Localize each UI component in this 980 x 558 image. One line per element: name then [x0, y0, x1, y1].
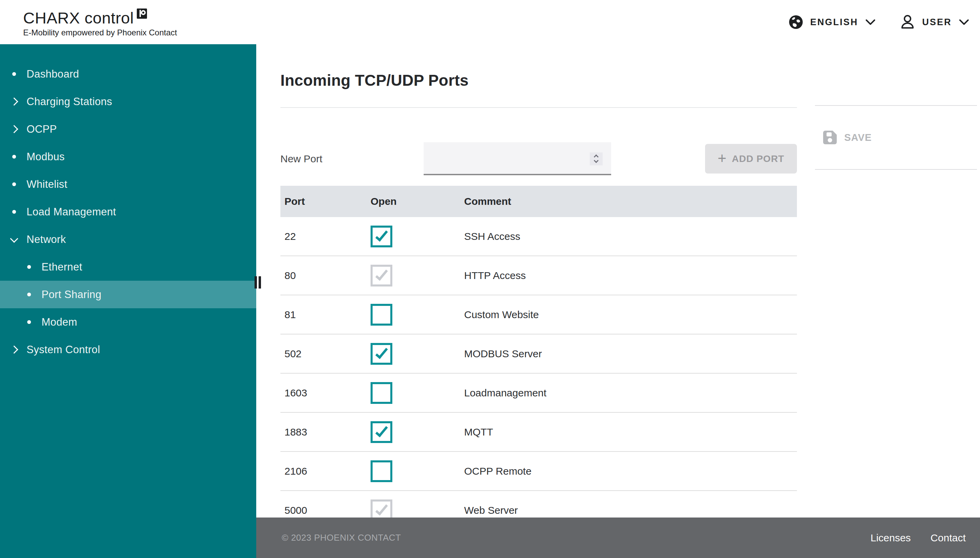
sidebar-item-icon: [10, 72, 18, 76]
table-row: 2106 OCPP Remote: [281, 452, 797, 491]
plus-icon: +: [717, 151, 727, 166]
sidebar-item-label: Ethernet: [41, 261, 82, 273]
footer: © 2023 PHOENIX CONTACT Licenses Contact: [256, 517, 980, 558]
sidebar-item-icon: [10, 238, 18, 241]
sidebar-item-icon: [10, 210, 18, 214]
comment-cell: OCPP Remote: [464, 466, 797, 477]
sidebar-item[interactable]: Modem: [0, 308, 256, 336]
language-label: ENGLISH: [810, 17, 858, 28]
top-bar: CHARX control E-Mobility empowered by Ph…: [0, 0, 980, 44]
new-port-form: New Port + ADD PORT: [281, 142, 797, 175]
title-divider: [281, 107, 797, 108]
user-menu[interactable]: USER: [900, 14, 969, 30]
sidebar-item-label: Charging Stations: [26, 95, 112, 108]
footer-links: Licenses Contact: [870, 532, 966, 544]
number-stepper[interactable]: [590, 153, 602, 165]
checkmark-icon: [375, 423, 388, 437]
sidebar-item-label: Dashboard: [26, 68, 79, 80]
new-port-input-wrap: [424, 142, 611, 175]
port-cell: 1883: [284, 426, 371, 438]
ports-table-header: Port Open Comment: [281, 186, 797, 217]
sidebar-item-label: Network: [26, 233, 66, 246]
open-checkbox[interactable]: [371, 265, 392, 287]
sidebar-item-icon: [10, 182, 18, 186]
sidebar-resize-handle[interactable]: [254, 276, 261, 289]
sidebar-item-label: Modbus: [26, 151, 65, 163]
checkmark-icon: [375, 228, 388, 241]
sidebar-item-icon: [10, 126, 18, 132]
stepper-down-icon[interactable]: [594, 158, 599, 163]
sidebar-item[interactable]: System Control: [0, 336, 256, 363]
ports-table-body: 22 SSH Access 80 HTTP Access: [281, 217, 797, 530]
comment-cell: Loadmanagement: [464, 387, 797, 399]
sidebar-item-label: Modem: [41, 316, 77, 328]
user-label: USER: [922, 17, 952, 28]
sidebar-item-label: OCPP: [26, 123, 57, 135]
sidebar-nav: Dashboard Charging Stations OCPP Modbus: [0, 44, 256, 363]
open-checkbox[interactable]: [371, 382, 392, 404]
chevron-down-icon: [959, 18, 969, 26]
sidebar-item[interactable]: Charging Stations: [0, 88, 256, 115]
language-selector[interactable]: ENGLISH: [788, 15, 876, 30]
footer-link[interactable]: Licenses: [870, 532, 911, 544]
sidebar-item[interactable]: Modbus: [0, 143, 256, 171]
checkmark-icon: [375, 502, 388, 515]
save-button[interactable]: SAVE: [822, 130, 872, 145]
comment-cell: MQTT: [464, 426, 797, 438]
open-checkbox[interactable]: [371, 343, 392, 365]
port-cell: 1603: [284, 387, 371, 399]
sidebar-item[interactable]: OCPP: [0, 115, 256, 143]
comment-cell: Web Server: [464, 505, 797, 516]
sidebar-item-icon: [10, 155, 18, 159]
comment-cell: HTTP Access: [464, 270, 797, 281]
add-port-button[interactable]: + ADD PORT: [705, 144, 797, 174]
table-row: 81 Custom Website: [281, 295, 797, 335]
sidebar: Dashboard Charging Stations OCPP Modbus: [0, 44, 256, 558]
phoenix-contact-logo-icon: [137, 8, 147, 19]
port-cell: 2106: [284, 466, 371, 477]
sidebar-item[interactable]: Network: [0, 226, 256, 253]
sidebar-item[interactable]: Ethernet: [0, 253, 256, 281]
table-row: 1603 Loadmanagement: [281, 374, 797, 413]
sidebar-item-icon: [25, 293, 33, 296]
logo-tagline: E-Mobility empowered by Phoenix Contact: [23, 28, 177, 38]
sidebar-item-icon: [25, 265, 33, 269]
open-checkbox[interactable]: [371, 460, 392, 482]
sidebar-item[interactable]: Port Sharing: [0, 281, 256, 308]
logo-title: CHARX control: [23, 9, 134, 27]
page-title: Incoming TCP/UDP Ports: [281, 70, 980, 90]
save-panel: SAVE: [815, 105, 977, 170]
user-icon: [900, 14, 915, 30]
copyright-text: © 2023 PHOENIX CONTACT: [282, 532, 401, 543]
table-row: 22 SSH Access: [281, 217, 797, 256]
open-checkbox[interactable]: [371, 421, 392, 443]
save-button-label: SAVE: [844, 132, 872, 143]
port-cell: 5000: [284, 505, 371, 516]
sidebar-item-icon: [10, 98, 18, 105]
chevron-down-icon: [865, 18, 876, 26]
footer-link[interactable]: Contact: [931, 532, 966, 544]
save-icon: [822, 130, 837, 145]
port-cell: 80: [284, 270, 371, 281]
globe-icon: [788, 15, 803, 30]
checkmark-icon: [375, 267, 388, 281]
sidebar-item-label: System Control: [26, 344, 100, 356]
sidebar-item-icon: [10, 347, 18, 353]
sidebar-item-label: Load Management: [26, 206, 116, 218]
port-cell: 81: [284, 309, 371, 320]
comment-cell: Custom Website: [464, 309, 797, 320]
brand-logo: CHARX control E-Mobility empowered by Ph…: [0, 7, 177, 38]
sidebar-item[interactable]: Whitelist: [0, 171, 256, 198]
table-row: 502 MODBUS Server: [281, 335, 797, 374]
sidebar-item-label: Port Sharing: [41, 289, 102, 301]
new-port-label: New Port: [281, 153, 424, 165]
open-checkbox[interactable]: [371, 304, 392, 326]
open-checkbox[interactable]: [371, 226, 392, 247]
sidebar-item[interactable]: Load Management: [0, 198, 256, 226]
sidebar-item-icon: [25, 320, 33, 324]
table-row: 1883 MQTT: [281, 413, 797, 452]
new-port-input[interactable]: [424, 142, 611, 175]
table-row: 80 HTTP Access: [281, 256, 797, 295]
sidebar-item-label: Whitelist: [26, 178, 67, 190]
sidebar-item[interactable]: Dashboard: [0, 60, 256, 88]
